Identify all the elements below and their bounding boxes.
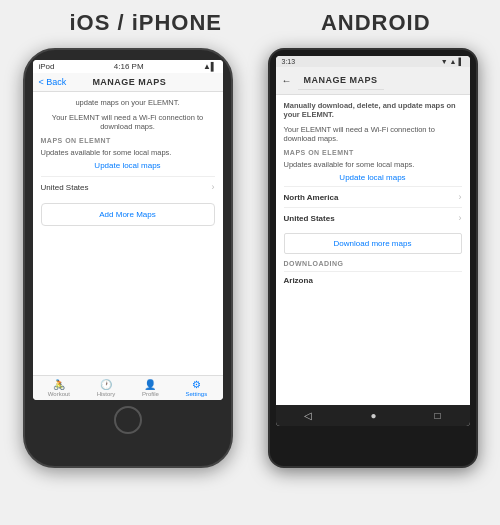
android-download-maps-button[interactable]: Download more maps [284,233,462,254]
iphone-tab-workout[interactable]: 🚴 Workout [48,379,70,397]
android-status-bar: 3:13 ▼ ▲ ▌ [276,56,470,67]
iphone-add-maps-button[interactable]: Add More Maps [41,203,215,226]
android-back-nav-icon[interactable]: ◁ [304,410,312,421]
android-us-chevron: › [459,213,462,223]
android-description-bold: Manually download, delete, and update ma… [284,101,456,119]
android-navbar-bottom: ◁ ● □ [276,405,470,426]
android-description: Manually download, delete, and update ma… [284,101,462,119]
android-device: 3:13 ▼ ▲ ▌ ← MANAGE MAPS Manually downlo… [268,48,478,468]
iphone-screen: iPod 4:16 PM ▲▌ < Back MANAGE MAPS updat… [33,60,223,400]
android-us-left: United States [284,214,335,223]
iphone-status-right: ▲▌ [203,62,217,71]
iphone-tab-bar: 🚴 Workout 🕐 History 👤 Profile ⚙ Settings [33,375,223,400]
iphone-wifi-note: Your ELEMNT will need a Wi-Fi connection… [41,113,215,131]
ios-platform-label: iOS / iPHONE [69,10,222,36]
android-wrapper: 3:13 ▼ ▲ ▌ ← MANAGE MAPS Manually downlo… [268,48,478,468]
android-screen: 3:13 ▼ ▲ ▌ ← MANAGE MAPS Manually downlo… [276,56,470,426]
android-nav-bar: ← MANAGE MAPS [276,67,470,95]
history-icon: 🕐 [100,379,112,390]
iphone-tab-profile[interactable]: 👤 Profile [142,379,159,397]
iphone-tab-settings[interactable]: ⚙ Settings [186,379,208,397]
iphone-update-link[interactable]: Update local maps [41,161,215,170]
android-maps-section: MAPS ON ELEMNT Updates available for som… [284,149,462,182]
android-nav-title: MANAGE MAPS [298,71,384,90]
iphone-description: update maps on your ELEMNT. [41,98,215,107]
android-north-america-label: North America [284,193,339,202]
page-header: iOS / iPHONE ANDROID [0,0,500,48]
workout-icon: 🚴 [53,379,65,390]
iphone-tab-history-label: History [97,391,116,397]
android-update-link[interactable]: Update local maps [284,173,462,182]
android-section-header: MAPS ON ELEMNT [284,149,462,156]
iphone-home-button[interactable] [114,406,142,434]
iphone-chevron-icon: › [212,182,215,192]
android-us-label: United States [284,214,335,223]
iphone-back-button[interactable]: < Back [39,77,67,87]
android-north-america-left: North America [284,193,339,202]
iphone-tab-workout-label: Workout [48,391,70,397]
android-wifi-note: Your ELEMNT will need a Wi-Fi connection… [284,125,462,143]
iphone-home-area [33,400,223,438]
android-status-right: ▼ ▲ ▌ [441,58,464,65]
android-arizona-item: Arizona [284,271,462,289]
iphone-status-bar: iPod 4:16 PM ▲▌ [33,60,223,73]
profile-icon: 👤 [144,379,156,390]
android-maps-note: Updates available for some local maps. [284,160,462,169]
android-status-left: 3:13 [282,58,296,65]
iphone-tab-settings-label: Settings [186,391,208,397]
iphone-device: iPod 4:16 PM ▲▌ < Back MANAGE MAPS updat… [23,48,233,468]
android-wifi-icon: ▼ [441,58,448,65]
iphone-tab-profile-label: Profile [142,391,159,397]
android-downloading-header: DOWNLOADING [284,260,462,267]
android-downloading-section: DOWNLOADING Arizona [284,260,462,289]
android-platform-label: ANDROID [321,10,431,36]
iphone-status-left: iPod [39,62,55,71]
iphone-us-list-item[interactable]: United States › [41,176,215,197]
iphone-nav-bar: < Back MANAGE MAPS [33,73,223,92]
android-recents-nav-icon[interactable]: □ [434,410,440,421]
android-north-america-item[interactable]: North America › [284,186,462,207]
android-signal-icon: ▲ [450,58,457,65]
phones-container: iPod 4:16 PM ▲▌ < Back MANAGE MAPS updat… [0,48,500,468]
iphone-tab-history[interactable]: 🕐 History [97,379,116,397]
iphone-status-time: 4:16 PM [114,62,144,71]
settings-icon: ⚙ [192,379,201,390]
iphone-wrapper: iPod 4:16 PM ▲▌ < Back MANAGE MAPS updat… [23,48,233,468]
android-content: Manually download, delete, and update ma… [276,95,470,405]
iphone-maps-section: MAPS ON ELEMNT Updates available for som… [41,137,215,170]
android-battery-icon: ▌ [459,58,464,65]
android-us-item[interactable]: United States › [284,207,462,228]
iphone-section-header: MAPS ON ELEMNT [41,137,215,144]
iphone-nav-title: MANAGE MAPS [66,77,192,87]
android-home-nav-icon[interactable]: ● [370,410,376,421]
android-arizona-label: Arizona [284,276,462,285]
iphone-maps-note: Updates available for some local maps. [41,148,215,157]
iphone-content: update maps on your ELEMNT. Your ELEMNT … [33,92,223,375]
android-back-button[interactable]: ← [282,75,292,86]
iphone-us-label: United States [41,183,89,192]
android-north-america-chevron: › [459,192,462,202]
